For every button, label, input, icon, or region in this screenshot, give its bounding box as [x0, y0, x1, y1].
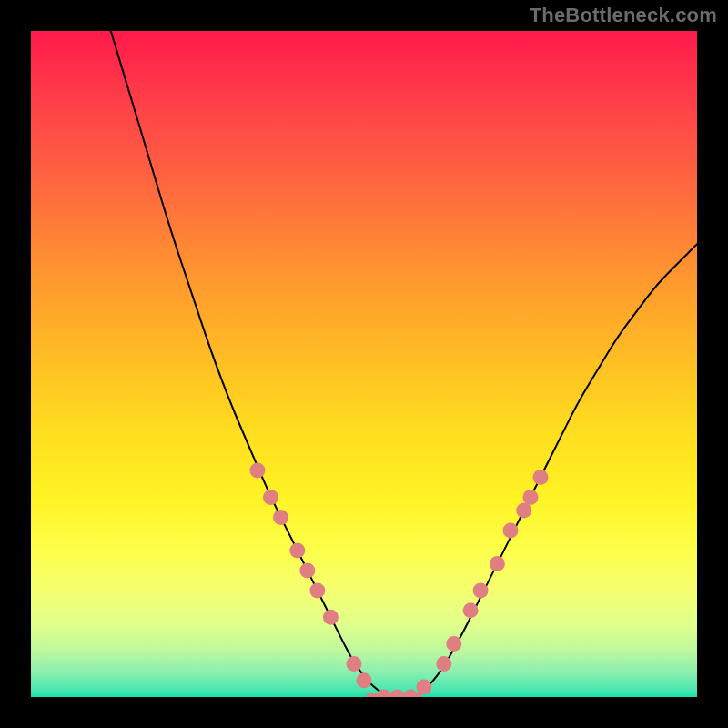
chart-data-dot: [516, 503, 531, 519]
watermark-text: TheBottleneck.com: [530, 4, 717, 27]
chart-data-dot: [249, 463, 265, 479]
chart-data-dot: [503, 523, 519, 539]
chart-data-dot: [299, 562, 315, 578]
chart-data-dot: [446, 636, 461, 652]
chart-data-dots: [249, 463, 548, 697]
chart-data-dot: [463, 602, 479, 618]
chart-data-dot: [533, 470, 549, 485]
chart-data-dot: [289, 543, 305, 559]
chart-data-dot: [273, 510, 288, 525]
chart-data-dot: [309, 582, 325, 598]
chart-data-dot: [473, 582, 489, 598]
chart-data-dot: [523, 490, 539, 505]
chart-plot-area: [31, 31, 697, 697]
chart-curve: [111, 31, 697, 697]
chart-data-dot: [347, 656, 362, 672]
chart-data-dot: [357, 672, 372, 688]
chart-data-dot: [490, 556, 505, 571]
chart-data-dot: [323, 610, 339, 625]
chart-data-dot: [436, 656, 451, 672]
chart-data-dot: [416, 680, 431, 695]
chart-data-dot: [263, 490, 278, 505]
